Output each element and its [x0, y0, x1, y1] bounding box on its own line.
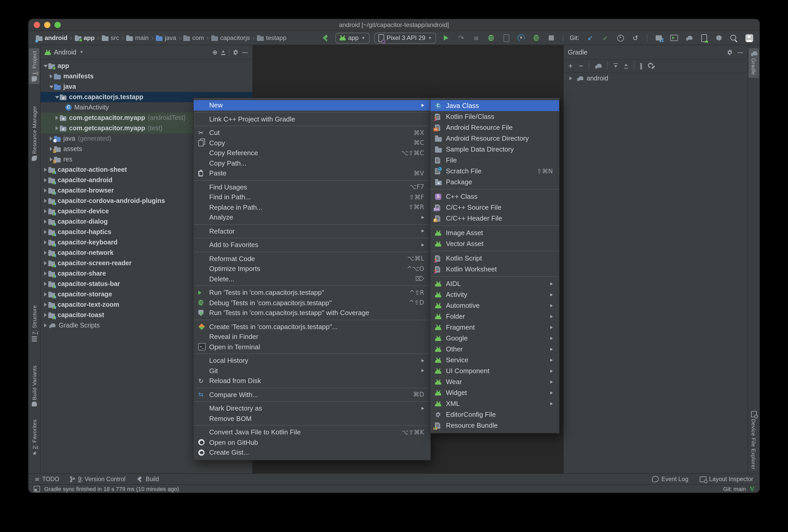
gradle-refresh-icon[interactable] [594, 63, 602, 69]
context-menu-item-copy[interactable]: Copy⌘C [194, 138, 430, 148]
context-menu-item-create-tests-in-com-capacitorjs-testapp[interactable]: Create 'Tests in 'com.capacitorjs.testap… [194, 321, 430, 332]
tree-expand-arrow-icon[interactable] [43, 292, 48, 296]
hide-panel-icon[interactable]: — [242, 49, 248, 55]
new-submenu-item-editorconfig-file[interactable]: EditorConfig File [430, 409, 559, 420]
bottom-tab-layout-inspector[interactable]: Layout Inspector [700, 476, 753, 482]
right-tool-tab-gradle[interactable]: Gradle [749, 48, 759, 78]
tree-expand-arrow-icon[interactable] [43, 168, 48, 172]
tree-expand-arrow-icon[interactable] [43, 282, 48, 286]
tree-expand-arrow-icon[interactable] [43, 240, 48, 244]
tree-expand-arrow-icon[interactable] [43, 302, 48, 307]
context-menu-item-reveal-in-finder[interactable]: Reveal in Finder [194, 332, 430, 342]
new-submenu-item-scratch-file[interactable]: Scratch File⇧⌘N [430, 165, 559, 176]
stop-icon[interactable] [546, 33, 557, 43]
avatar-icon[interactable] [744, 33, 754, 43]
left-tool-tab-structure[interactable]: 7: Structure [29, 302, 39, 344]
tree-expand-arrow-icon[interactable] [43, 230, 48, 234]
expand-all-icon[interactable] [613, 63, 618, 68]
tree-expand-arrow-icon[interactable] [43, 323, 48, 328]
locate-file-icon[interactable]: ⊕ [212, 49, 217, 55]
new-submenu-item-xml[interactable]: XML [430, 398, 559, 409]
search-everywhere-icon[interactable] [729, 33, 739, 43]
new-submenu-item-android-resource-file[interactable]: <>Android Resource File [430, 122, 559, 133]
bottom-tab-version-control[interactable]: 9: Version Control [70, 476, 125, 482]
tree-expand-arrow-icon[interactable] [43, 209, 48, 213]
context-menu-item-convert-java-file-to-kotlin-file[interactable]: Convert Java File to Kotlin File⌥⇧⌘K [194, 427, 430, 437]
new-submenu-item-sample-data-directory[interactable]: Sample Data Directory [430, 144, 559, 155]
breadcrumb-item-com[interactable]: com [182, 34, 205, 41]
context-menu-item-cut[interactable]: ✂Cut⌘X [194, 128, 430, 138]
profiler-sessions-icon[interactable]: ≡ [471, 33, 481, 43]
new-submenu-item-widget[interactable]: Widget [430, 387, 559, 398]
context-menu-item-remove-bom[interactable]: Remove BOM [194, 413, 430, 423]
new-submenu-item-android-resource-directory[interactable]: Android Resource Directory [430, 133, 559, 144]
tree-expand-arrow-icon[interactable] [43, 199, 48, 203]
build-hammer-icon[interactable] [320, 33, 330, 43]
tree-item-app[interactable]: app [40, 61, 252, 71]
context-menu-item-reload-from-disk[interactable]: ↻Reload from Disk [194, 376, 430, 386]
context-menu-item-local-history[interactable]: Local History [194, 356, 430, 366]
git-branch-label[interactable]: Git: main [723, 486, 746, 492]
remove-icon[interactable]: − [578, 63, 584, 69]
left-tool-tab-project[interactable]: 1: Project [29, 48, 39, 84]
profile-app-icon[interactable]: a [516, 33, 527, 43]
context-menu-item-paste[interactable]: Paste⌘V [194, 168, 430, 178]
tree-expand-arrow-icon[interactable] [43, 272, 48, 276]
context-menu-item-run-tests-in-com-capacitorjs-testapp-with-coverage[interactable]: Run 'Tests in 'com.capacitorjs.testapp''… [194, 308, 430, 318]
context-menu-item-git[interactable]: Git [194, 366, 430, 376]
tree-collapse-arrow-icon[interactable] [54, 96, 60, 98]
new-submenu-item-google[interactable]: Google [430, 333, 559, 343]
debug-icon[interactable] [486, 33, 496, 43]
tree-expand-arrow-icon[interactable] [43, 189, 48, 193]
new-submenu-item-automotive[interactable]: Automotive [430, 300, 559, 311]
tree-collapse-arrow-icon[interactable] [43, 65, 48, 67]
new-submenu-item-resource-bundle[interactable]: Resource Bundle [430, 420, 559, 431]
new-submenu-item-c-class[interactable]: SC++ Class [430, 191, 559, 202]
offline-mode-icon[interactable]: ‖ [639, 63, 643, 69]
new-submenu-item-java-class[interactable]: CJava Class [430, 100, 559, 111]
avd-manager-icon[interactable] [669, 33, 679, 43]
history-icon[interactable] [615, 33, 626, 43]
add-icon[interactable]: + [568, 63, 573, 69]
context-menu-item-refactor[interactable]: Refactor [194, 226, 430, 236]
context-menu-item-optimize-imports[interactable]: Optimize Imports^⌥O [194, 264, 430, 274]
new-submenu-item-kotlin-file-class[interactable]: Kotlin File/Class [430, 111, 559, 122]
new-submenu-item-kotlin-worksheet[interactable]: Kotlin Worksheet [430, 264, 559, 275]
apply-code-changes-icon[interactable] [531, 33, 542, 43]
gradle-tree-root[interactable]: android [564, 73, 748, 84]
new-submenu-item-folder[interactable]: Folder [430, 311, 559, 322]
new-submenu-item-activity[interactable]: Activity [430, 289, 559, 300]
tree-expand-arrow-icon[interactable] [48, 74, 54, 78]
new-submenu-item-ui-component[interactable]: UI Component [430, 366, 559, 376]
new-submenu-item-image-asset[interactable]: Image Asset [430, 227, 559, 238]
run-configuration-select[interactable]: app ▼ [335, 33, 369, 43]
device-select[interactable]: Pixel 3 API 29 ▼ [374, 33, 436, 43]
context-menu-item-open-on-github[interactable]: Open on GitHub [194, 437, 430, 447]
tree-item-manifests[interactable]: manifests [40, 71, 252, 81]
context-menu-item-find-in-path[interactable]: Find in Path...⇧⌘F [194, 192, 430, 202]
tree-expand-arrow-icon[interactable] [43, 178, 48, 182]
commit-icon[interactable]: ✓ [600, 33, 610, 43]
context-menu-item-create-gist[interactable]: Create Gist... [194, 447, 430, 457]
right-tool-tab-device-file-explorer[interactable]: Device File Explorer [749, 409, 759, 472]
context-menu-item-compare-with[interactable]: ⇆Compare With...⌘D [194, 390, 430, 400]
new-submenu-item-package[interactable]: Package [430, 176, 559, 188]
tree-expand-arrow-icon[interactable] [43, 313, 48, 317]
context-menu-item-copy-path[interactable]: Copy Path... [194, 158, 430, 168]
bottom-tab-event-log[interactable]: Event Log [652, 476, 688, 482]
tree-expand-arrow-icon[interactable] [54, 126, 60, 130]
context-menu-item-copy-reference[interactable]: Copy Reference⌥⇧⌘C [194, 148, 430, 158]
breadcrumb-item-testapp[interactable]: testapp [256, 34, 288, 41]
new-submenu-item-aidl[interactable]: AIDL [430, 278, 559, 289]
new-submenu-item-c-c-header-file[interactable]: HC/C++ Header File [430, 213, 559, 224]
tree-expand-arrow-icon[interactable] [43, 251, 48, 255]
context-menu-item-link-c-project-with-gradle[interactable]: Link C++ Project with Gradle [194, 114, 430, 124]
bottom-tab-build[interactable]: Build [136, 476, 159, 482]
context-menu-item-open-in-terminal[interactable]: >_Open in Terminal [194, 342, 430, 352]
run-icon[interactable] [441, 33, 451, 43]
tree-item-java[interactable]: java [40, 81, 252, 92]
project-view-selector[interactable]: Android [54, 48, 76, 56]
left-tool-tab-resource-manager[interactable]: Resource Manager [29, 103, 39, 163]
tree-expand-arrow-icon[interactable] [43, 261, 48, 265]
breadcrumb-item-capacitorjs[interactable]: capacitorjs [210, 34, 251, 41]
